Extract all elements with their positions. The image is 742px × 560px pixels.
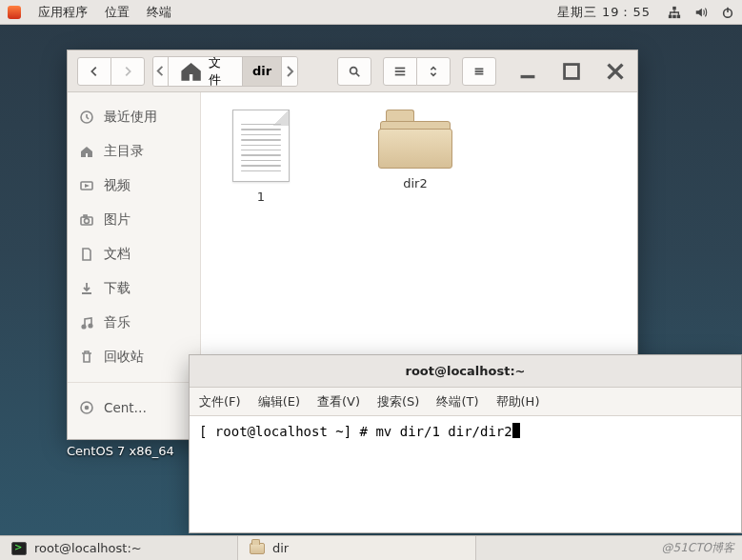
term-menu-edit[interactable]: 编辑(E) bbox=[258, 393, 300, 410]
forward-button[interactable] bbox=[110, 57, 145, 86]
svg-point-19 bbox=[89, 324, 92, 328]
trash-icon bbox=[79, 350, 94, 365]
sidebar-item-home[interactable]: 主目录 bbox=[68, 134, 200, 169]
sidebar-item-recent[interactable]: 最近使用 bbox=[68, 100, 200, 134]
menu-terminal[interactable]: 终端 bbox=[147, 4, 171, 21]
sidebar-item-documents[interactable]: 文档 bbox=[68, 237, 200, 271]
svg-rect-7 bbox=[395, 70, 406, 72]
clock[interactable]: 星期三 19：55 bbox=[557, 4, 651, 21]
term-menu-view[interactable]: 查看(V) bbox=[317, 393, 360, 410]
home-icon bbox=[178, 58, 204, 84]
sidebar: 最近使用 主目录 视频 图片 文档 下载 音乐 回收站 Cent… bbox=[68, 92, 201, 439]
task-terminal[interactable]: root@localhost:~ bbox=[0, 536, 238, 560]
term-menu-terminal[interactable]: 终端(T) bbox=[436, 393, 478, 410]
video-icon bbox=[79, 178, 94, 193]
terminal-content[interactable]: [ root@localhost ~] # mv dir/1 dir/dir2 bbox=[190, 416, 741, 447]
path-next-button[interactable] bbox=[282, 57, 297, 86]
sidebar-item-pictures[interactable]: 图片 bbox=[68, 203, 200, 237]
svg-rect-10 bbox=[475, 70, 484, 72]
hamburger-menu-button[interactable] bbox=[462, 57, 496, 86]
svg-point-18 bbox=[82, 325, 86, 329]
fm-toolbar: 主文件夹 dir bbox=[68, 50, 637, 92]
term-menu-help[interactable]: 帮助(H) bbox=[496, 393, 540, 410]
power-icon[interactable] bbox=[721, 6, 734, 19]
svg-rect-2 bbox=[677, 14, 681, 18]
camera-icon bbox=[79, 212, 94, 228]
sidebar-item-centos[interactable]: Cent… bbox=[68, 390, 200, 425]
term-menu-file[interactable]: 文件(F) bbox=[199, 393, 241, 410]
network-icon[interactable] bbox=[668, 6, 681, 19]
svg-rect-6 bbox=[395, 67, 406, 69]
svg-point-5 bbox=[351, 67, 357, 73]
terminal-window: root@localhost:~ 文件(F) 编辑(E) 查看(V) 搜索(S)… bbox=[189, 354, 742, 533]
sidebar-item-trash[interactable]: 回收站 bbox=[68, 340, 200, 374]
path-dir[interactable]: dir bbox=[243, 57, 282, 86]
watermark: @51CTO博客 bbox=[476, 536, 742, 560]
svg-rect-12 bbox=[565, 64, 579, 78]
text-file-icon bbox=[232, 110, 290, 182]
terminal-title[interactable]: root@localhost:~ bbox=[190, 355, 741, 388]
activities-icon[interactable] bbox=[8, 6, 21, 19]
back-button[interactable] bbox=[77, 57, 111, 86]
menu-places[interactable]: 位置 bbox=[105, 4, 130, 21]
home-icon bbox=[79, 144, 94, 159]
folder-icon bbox=[378, 110, 452, 169]
maximize-button[interactable] bbox=[559, 59, 584, 84]
svg-rect-8 bbox=[395, 73, 406, 75]
close-button[interactable] bbox=[603, 59, 628, 84]
path-bar: 主文件夹 dir bbox=[152, 56, 298, 87]
download-icon bbox=[79, 281, 94, 296]
document-icon bbox=[79, 247, 94, 262]
sidebar-item-music[interactable]: 音乐 bbox=[68, 306, 200, 340]
menu-applications[interactable]: 应用程序 bbox=[38, 4, 88, 21]
file-item-dir2[interactable]: dir2 bbox=[372, 110, 458, 190]
desktop-icon-label[interactable]: CentOS 7 x86_64 bbox=[67, 444, 174, 458]
svg-rect-3 bbox=[672, 6, 676, 10]
svg-point-21 bbox=[86, 407, 89, 410]
terminal-menubar: 文件(F) 编辑(E) 查看(V) 搜索(S) 终端(T) 帮助(H) bbox=[190, 388, 741, 416]
view-options-button[interactable] bbox=[416, 57, 451, 86]
terminal-icon bbox=[11, 542, 27, 555]
svg-rect-0 bbox=[669, 14, 672, 18]
svg-rect-17 bbox=[84, 215, 87, 217]
svg-rect-1 bbox=[672, 14, 676, 18]
file-label: 1 bbox=[257, 190, 265, 204]
music-icon bbox=[79, 315, 94, 330]
svg-point-16 bbox=[85, 219, 90, 224]
sidebar-item-videos[interactable]: 视频 bbox=[68, 169, 200, 203]
volume-icon[interactable] bbox=[694, 6, 708, 19]
minimize-button[interactable] bbox=[515, 59, 540, 84]
path-home-label: 主文件夹 bbox=[209, 56, 232, 87]
file-item-1[interactable]: 1 bbox=[218, 110, 304, 204]
path-up-button[interactable] bbox=[153, 57, 169, 86]
disc-icon bbox=[79, 400, 94, 415]
bottom-taskbar: root@localhost:~ dir @51CTO博客 bbox=[0, 535, 742, 560]
cursor-icon bbox=[512, 423, 520, 438]
list-view-button[interactable] bbox=[383, 57, 417, 86]
clock-icon bbox=[79, 110, 94, 125]
folder-icon bbox=[250, 543, 265, 554]
path-home[interactable]: 主文件夹 bbox=[169, 57, 243, 86]
term-menu-search[interactable]: 搜索(S) bbox=[377, 393, 419, 410]
svg-rect-9 bbox=[475, 68, 484, 70]
file-label: dir2 bbox=[403, 176, 427, 190]
svg-rect-11 bbox=[475, 72, 484, 74]
sidebar-item-downloads[interactable]: 下载 bbox=[68, 271, 200, 306]
search-button[interactable] bbox=[337, 57, 371, 86]
gnome-topbar: 应用程序 位置 终端 星期三 19：55 bbox=[0, 0, 742, 25]
task-files[interactable]: dir bbox=[238, 536, 476, 560]
